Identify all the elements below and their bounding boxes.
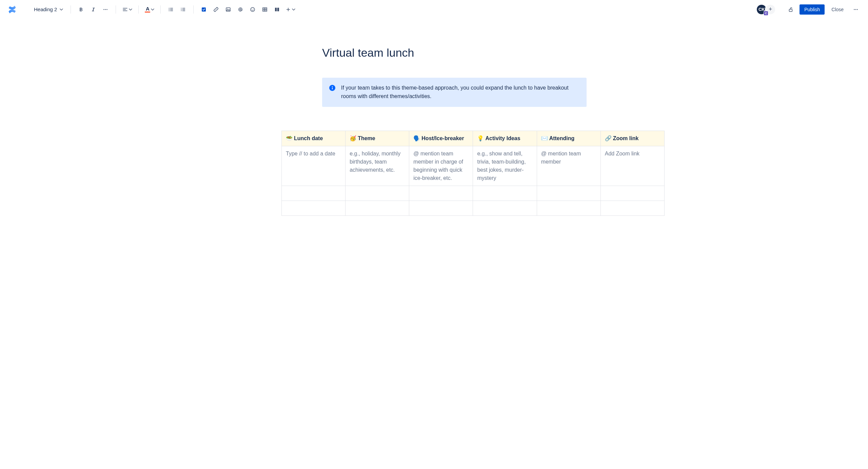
avatar-badge: C <box>764 11 768 16</box>
table-header[interactable]: 💡Activity Ideas <box>473 131 537 146</box>
svg-rect-18 <box>789 9 792 12</box>
table-cell[interactable] <box>409 201 473 215</box>
more-actions-button[interactable] <box>850 4 861 15</box>
svg-rect-9 <box>202 7 206 12</box>
info-panel[interactable]: If your team takes to this theme-based a… <box>322 78 587 107</box>
salad-icon: 🥗 <box>286 135 293 141</box>
table-cell[interactable] <box>473 201 537 215</box>
text-color-dropdown[interactable]: A <box>143 4 156 15</box>
at-icon <box>237 6 243 13</box>
mention-button[interactable] <box>235 4 246 15</box>
header-label: Host/Ice-breaker <box>421 135 464 141</box>
more-horizontal-icon <box>853 6 859 13</box>
table-header[interactable]: ✉️Attending <box>537 131 600 146</box>
layouts-button[interactable] <box>272 4 282 15</box>
svg-point-21 <box>857 9 858 10</box>
chevron-down-icon <box>151 8 154 11</box>
toolbar-divider <box>160 5 161 14</box>
italic-button[interactable] <box>88 4 99 15</box>
table-cell[interactable] <box>600 186 664 201</box>
page-title[interactable]: Virtual team lunch <box>281 46 587 59</box>
numbered-list-icon: 123 <box>180 6 186 13</box>
table-cell[interactable] <box>600 201 664 215</box>
more-formatting-button[interactable] <box>100 4 111 15</box>
svg-point-13 <box>252 8 252 9</box>
svg-point-0 <box>104 9 105 10</box>
svg-point-4 <box>169 9 170 10</box>
table-header[interactable]: 🥗Lunch date <box>282 131 346 146</box>
envelope-icon: ✉️ <box>541 135 548 141</box>
header-label: Zoom link <box>613 135 639 141</box>
toolbar-left: Heading 2 A <box>7 4 756 15</box>
svg-point-5 <box>169 10 170 11</box>
numbered-list-button[interactable]: 123 <box>178 4 189 15</box>
svg-point-3 <box>169 8 170 8</box>
action-item-button[interactable] <box>198 4 209 15</box>
bulb-icon: 💡 <box>477 135 484 141</box>
link-emoji-icon: 🔗 <box>605 135 612 141</box>
table-cell[interactable] <box>537 201 600 215</box>
image-button[interactable] <box>223 4 234 15</box>
table-cell[interactable]: Type // to add a date <box>282 146 346 186</box>
layouts-icon <box>274 6 280 13</box>
bold-button[interactable] <box>76 4 86 15</box>
chevron-down-icon <box>292 8 295 11</box>
table-button[interactable] <box>259 4 270 15</box>
toolbar-divider <box>71 5 71 14</box>
document: Virtual team lunch If your team takes to… <box>281 19 587 216</box>
svg-point-24 <box>332 86 333 87</box>
table-cell[interactable]: e.g., show and tell, trivia, team-buildi… <box>473 146 537 186</box>
svg-point-20 <box>855 9 856 10</box>
checkbox-icon <box>201 6 207 13</box>
table-cell[interactable]: Add Zoom link <box>600 146 664 186</box>
plus-icon <box>285 6 291 13</box>
toolbar-divider <box>138 5 139 14</box>
close-button[interactable]: Close <box>828 4 847 15</box>
table-cell[interactable]: @ mention team member in charge of begin… <box>409 146 473 186</box>
header-label: Theme <box>358 135 375 141</box>
speaking-icon: 🗣️ <box>413 135 420 141</box>
table-header[interactable]: 🗣️Host/Ice-breaker <box>409 131 473 146</box>
editor-toolbar: Heading 2 A <box>0 0 868 19</box>
table-cell[interactable]: e.g., holiday, monthly birthdays, team a… <box>346 146 409 186</box>
party-icon: 🥳 <box>350 135 356 141</box>
svg-point-2 <box>107 9 108 10</box>
table-cell[interactable] <box>282 201 346 215</box>
align-left-icon <box>122 6 128 13</box>
svg-point-19 <box>854 9 855 10</box>
unlock-icon <box>788 6 794 13</box>
svg-rect-17 <box>277 7 279 11</box>
table-header[interactable]: 🔗Zoom link <box>600 131 664 146</box>
table-cell[interactable] <box>537 186 600 201</box>
link-button[interactable] <box>211 4 221 15</box>
publish-button[interactable]: Publish <box>800 4 825 15</box>
chevron-down-icon <box>60 8 63 11</box>
table-cell[interactable] <box>282 186 346 201</box>
table-row <box>282 201 665 215</box>
confluence-logo[interactable] <box>7 4 18 15</box>
italic-icon <box>90 6 96 13</box>
toolbar-divider <box>193 5 194 14</box>
svg-point-11 <box>227 8 228 9</box>
table-cell[interactable] <box>473 186 537 201</box>
link-icon <box>213 6 219 13</box>
table-cell[interactable] <box>409 186 473 201</box>
bullet-list-button[interactable] <box>165 4 176 15</box>
table-cell[interactable]: @ mention team member <box>537 146 600 186</box>
table-cell[interactable] <box>346 186 409 201</box>
info-panel-text[interactable]: If your team takes to this theme-based a… <box>341 84 580 101</box>
restrictions-button[interactable] <box>785 4 796 15</box>
svg-rect-16 <box>275 7 277 11</box>
alignment-dropdown[interactable] <box>121 4 134 15</box>
bold-icon <box>78 6 84 13</box>
text-style-dropdown[interactable]: Heading 2 <box>31 5 66 14</box>
emoji-button[interactable] <box>247 4 258 15</box>
svg-point-12 <box>251 7 255 12</box>
toolbar-divider <box>116 5 116 14</box>
table-cell[interactable] <box>346 201 409 215</box>
table-header[interactable]: 🥳Theme <box>346 131 409 146</box>
insert-dropdown[interactable] <box>284 4 297 15</box>
info-icon <box>329 85 336 91</box>
lunch-table[interactable]: 🥗Lunch date 🥳Theme 🗣️Host/Ice-breaker 💡A… <box>281 131 665 216</box>
bullet-list-icon <box>168 6 174 13</box>
